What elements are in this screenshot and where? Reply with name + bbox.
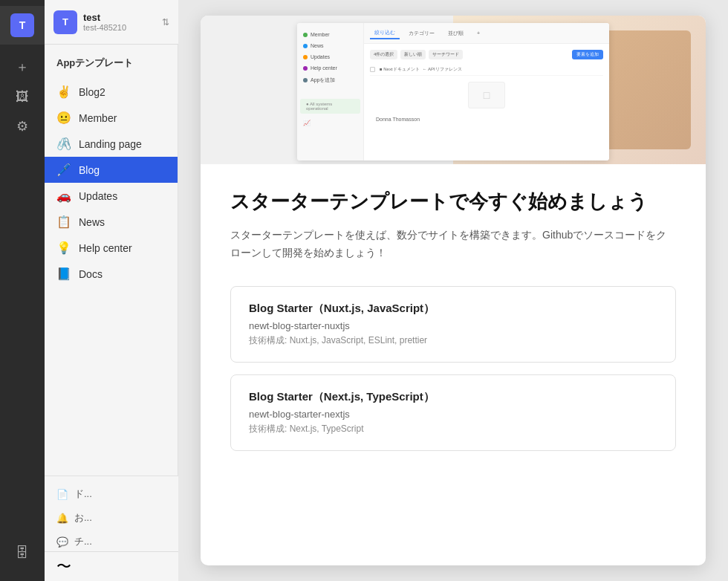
- mini-person-name: Donna Thomasson: [370, 114, 603, 124]
- sidebar-item-blog2[interactable]: ✌️ Blog2: [45, 79, 178, 105]
- mini-chip-3: サーチワード: [429, 50, 463, 59]
- sidebar-section-title: Appテンプレート: [45, 56, 178, 79]
- mini-dot-help: [303, 66, 308, 71]
- member-emoji: 😐: [56, 111, 71, 125]
- mini-content: 4件の選択 新しい順 サーチワード 要素を追加 ■ Nextドキュメント ← A…: [364, 44, 609, 130]
- mini-sidebar-add: Appを追加: [297, 74, 363, 87]
- template-tech-1: 技術構成: Nuxt.js, JavaScript, ESLint, prett…: [249, 334, 657, 347]
- settings-icon[interactable]: ⚙: [9, 113, 36, 140]
- mini-text-1: ■ Nextドキュメント: [380, 66, 420, 73]
- modal-hero-image: Member News Updates Help center: [201, 16, 706, 164]
- chat-label: チ...: [74, 535, 92, 548]
- mini-sidebar-help: Help center: [297, 62, 363, 74]
- mini-top-bar: 絞り込む カテゴリー 並び順 +: [364, 23, 609, 44]
- modal-body: スターターテンプレートで今すぐ始めましょう スターターテンプレートを使えば、数分…: [201, 164, 706, 487]
- mini-row-content: ■ Nextドキュメント ← APIリファレンス: [380, 66, 603, 73]
- sidebar-item-updates[interactable]: 🚗 Updates: [45, 183, 178, 209]
- mini-label-add: Appを追加: [311, 77, 335, 84]
- sidebar-label-blog2: Blog2: [79, 86, 105, 98]
- mini-sidebar-member: Member: [297, 29, 363, 40]
- sidebar-bottom-doc[interactable]: 📄 ド...: [45, 482, 178, 506]
- sidebar-item-member[interactable]: 😐 Member: [45, 105, 178, 131]
- blog-emoji: 🖊️: [56, 163, 71, 177]
- modal-heading: スターターテンプレートで今すぐ始めましょう: [230, 188, 676, 215]
- mini-text-2: ← APIリファレンス: [423, 66, 462, 73]
- updates-emoji: 🚗: [56, 189, 71, 203]
- mini-dot-add: [303, 78, 308, 82]
- sidebar-item-docs[interactable]: 📘 Docs: [45, 261, 178, 287]
- sidebar-label-helpcenter: Help center: [79, 242, 132, 254]
- mini-tab-category: カテゴリー: [404, 28, 439, 39]
- sidebar-bottom-notif[interactable]: 🔔 お...: [45, 506, 178, 530]
- mini-sidebar: Member News Updates Help center: [297, 23, 364, 160]
- modal-description: スターターテンプレートを使えば、数分でサイトを構築できます。Githubでソース…: [230, 227, 676, 262]
- template-repo-2: newt-blog-starter-nextjs: [249, 409, 657, 420]
- account-id: test-485210: [83, 23, 156, 32]
- sidebar-bottom-chat[interactable]: 💬 チ...: [45, 530, 178, 554]
- modal-card: Member News Updates Help center: [201, 16, 706, 565]
- left-avatar[interactable]: T: [10, 13, 34, 37]
- landing-emoji: 🖇️: [56, 137, 71, 151]
- doc-icon: 📄: [56, 489, 68, 500]
- add-icon[interactable]: ＋: [9, 53, 36, 80]
- mini-screenshot: Member News Updates Help center: [297, 23, 609, 160]
- template-card-1[interactable]: Blog Starter（Nuxt.js, JavaScript） newt-b…: [230, 286, 676, 363]
- image-icon[interactable]: 🖼: [9, 83, 36, 110]
- account-info: test test-485210: [83, 12, 156, 32]
- sidebar-item-helpcenter[interactable]: 💡 Help center: [45, 235, 178, 261]
- mini-add-btn: 要素を追加: [572, 50, 603, 59]
- sidebar-item-landing[interactable]: 🖇️ Landing page: [45, 131, 178, 157]
- mini-tab-filter: 絞り込む: [370, 27, 400, 39]
- sidebar-item-blog[interactable]: 🖊️ Blog: [45, 157, 178, 183]
- template-title-2: Blog Starter（Next.js, TypeScript）: [249, 390, 657, 404]
- account-bar[interactable]: T test test-485210 ⇅: [45, 0, 178, 45]
- mini-chart-icon: 📈: [303, 120, 311, 126]
- sidebar-label-docs: Docs: [79, 268, 103, 280]
- main-content: Member News Updates Help center: [178, 0, 728, 581]
- sidebar-label-news: News: [79, 216, 105, 228]
- sidebar-item-news[interactable]: 📋 News: [45, 209, 178, 235]
- mini-card-row: □: [370, 79, 603, 111]
- mini-row-1: ■ Nextドキュメント ← APIリファレンス: [370, 64, 603, 76]
- news-emoji: 📋: [56, 215, 71, 229]
- docs-emoji: 📘: [56, 267, 71, 281]
- template-repo-1: newt-blog-starter-nuxtjs: [249, 320, 657, 331]
- bottom-logo-bar: 〜: [45, 551, 178, 581]
- mini-dot-member: [303, 33, 308, 37]
- mini-label-help: Help center: [311, 65, 337, 71]
- mini-chip-2: 新しい順: [400, 50, 426, 59]
- notif-label: お...: [74, 511, 92, 525]
- mini-dot-updates: [303, 55, 308, 59]
- sidebar-label-member: Member: [79, 112, 117, 124]
- mini-label-member: Member: [311, 32, 330, 37]
- chat-icon: 💬: [56, 536, 68, 548]
- mini-card-icon: □: [484, 89, 490, 101]
- notif-icon: 🔔: [56, 513, 68, 524]
- mini-main: 絞り込む カテゴリー 並び順 + 4件の選択 新しい順 サーチワード 要素を追加: [364, 23, 609, 160]
- mini-card: □: [468, 82, 505, 108]
- mini-label-updates: Updates: [311, 54, 330, 59]
- mini-checkbox: [370, 67, 375, 72]
- template-card-2[interactable]: Blog Starter（Next.js, TypeScript） newt-b…: [230, 374, 676, 451]
- sidebar-label-landing: Landing page: [79, 138, 142, 150]
- mini-filter-bar: 4件の選択 新しい順 サーチワード 要素を追加: [370, 50, 603, 59]
- sidebar-label-updates: Updates: [79, 190, 117, 202]
- help-emoji: 💡: [56, 241, 71, 255]
- account-avatar: T: [53, 10, 77, 34]
- template-title-1: Blog Starter（Nuxt.js, JavaScript）: [249, 302, 657, 316]
- mini-dot-news: [303, 44, 308, 48]
- logo-icon: 〜: [56, 556, 71, 577]
- mini-sidebar-updates: Updates: [297, 51, 363, 62]
- account-name: test: [83, 12, 156, 23]
- template-tech-2: 技術構成: Next.js, TypeScript: [249, 423, 657, 435]
- mini-tab-add: +: [472, 29, 484, 37]
- left-bottom-icons: 🗄: [9, 539, 36, 575]
- mini-chip-1: 4件の選択: [370, 50, 397, 59]
- mini-sidebar-news: News: [297, 40, 363, 51]
- doc-label: ド...: [74, 487, 92, 501]
- account-top-bar: T: [0, 6, 45, 45]
- storage-icon[interactable]: 🗄: [9, 539, 36, 566]
- left-sidebar: T ＋ 🖼 ⚙ 🗄: [0, 0, 45, 581]
- blog2-emoji: ✌️: [56, 85, 71, 99]
- mini-analytics-icon: 📈: [297, 117, 363, 129]
